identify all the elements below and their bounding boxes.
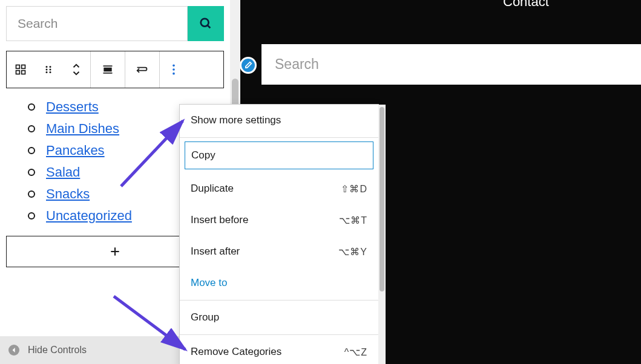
svg-rect-13 <box>104 68 111 71</box>
menu-show-more-settings[interactable]: Show more settings <box>180 105 378 136</box>
more-vertical-icon <box>172 63 176 76</box>
nav-contact[interactable]: Contact <box>503 0 549 10</box>
shortcut-label: ⌥⌘T <box>339 215 367 226</box>
block-type-button[interactable] <box>7 51 35 88</box>
search-input[interactable] <box>6 6 188 41</box>
block-options-menu: Show more settings Copy Duplicate ⇧⌘D In… <box>179 104 379 364</box>
svg-line-1 <box>208 25 211 28</box>
shortcut-label: ⌥⌘Y <box>338 246 367 258</box>
shortcut-label: ⇧⌘D <box>341 183 367 195</box>
search-bar <box>6 6 224 41</box>
category-link[interactable]: Main Dishes <box>46 121 119 137</box>
svg-point-11 <box>50 71 51 73</box>
category-link[interactable]: Uncategorized <box>46 208 132 224</box>
drag-handle-button[interactable] <box>35 51 62 88</box>
svg-point-17 <box>173 73 175 75</box>
menu-divider <box>180 137 378 138</box>
hide-controls-label: Hide Controls <box>28 345 87 356</box>
menu-divider <box>180 334 378 335</box>
menu-group[interactable]: Group <box>180 302 378 333</box>
svg-rect-4 <box>16 71 20 74</box>
drag-icon <box>43 64 54 75</box>
category-link[interactable]: Desserts <box>46 99 99 115</box>
more-options-button[interactable] <box>160 51 188 88</box>
transform-icon <box>135 63 150 76</box>
svg-point-16 <box>173 68 175 71</box>
menu-insert-before[interactable]: Insert before ⌥⌘T <box>180 204 378 236</box>
shortcut-label: ^⌥Z <box>344 346 367 358</box>
svg-rect-5 <box>22 71 25 74</box>
svg-rect-2 <box>16 65 20 69</box>
svg-point-10 <box>46 71 48 73</box>
menu-duplicate[interactable]: Duplicate ⇧⌘D <box>180 173 378 204</box>
menu-insert-after[interactable]: Insert after ⌥⌘Y <box>180 236 378 267</box>
menu-move-to[interactable]: Move to <box>180 267 378 299</box>
svg-point-7 <box>50 66 51 68</box>
menu-scrollbar-thumb[interactable] <box>380 107 384 291</box>
block-toolbar <box>6 51 224 88</box>
svg-point-6 <box>46 66 48 68</box>
menu-copy[interactable]: Copy <box>185 141 373 169</box>
svg-rect-3 <box>22 65 25 69</box>
svg-marker-20 <box>13 348 15 353</box>
search-button[interactable] <box>188 6 224 41</box>
search-icon <box>199 17 212 30</box>
svg-point-15 <box>173 65 175 67</box>
transform-button[interactable] <box>125 51 159 88</box>
chevron-up-down-icon <box>71 62 82 77</box>
category-link[interactable]: Snacks <box>46 186 90 202</box>
menu-remove-categories[interactable]: Remove Categories ^⌥Z <box>180 336 378 364</box>
grid-icon <box>15 63 27 76</box>
category-link[interactable]: Salad <box>46 164 80 180</box>
preview-search-input[interactable]: Search <box>261 44 641 85</box>
align-icon <box>101 63 114 76</box>
menu-divider <box>180 300 378 301</box>
edit-badge-icon[interactable] <box>240 57 257 74</box>
move-up-down-button[interactable] <box>62 51 90 88</box>
menu-scrollbar[interactable] <box>378 105 386 364</box>
align-button[interactable] <box>91 51 125 88</box>
svg-point-0 <box>201 19 209 27</box>
plus-icon <box>109 245 121 258</box>
svg-point-8 <box>46 69 48 71</box>
svg-point-9 <box>50 69 51 71</box>
chevron-left-icon <box>8 345 19 356</box>
category-link[interactable]: Pancakes <box>46 143 105 158</box>
